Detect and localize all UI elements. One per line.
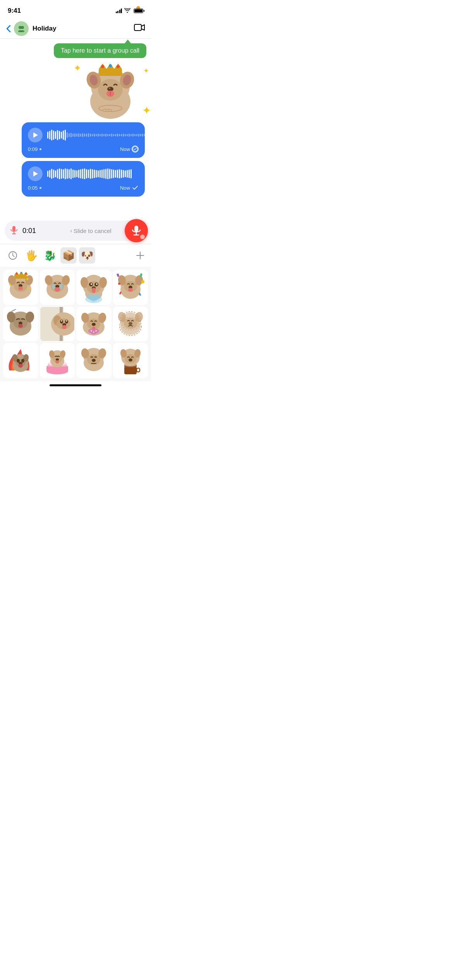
add-sticker-button[interactable] [134, 249, 146, 262]
voice-time-1: Now [120, 146, 139, 152]
svg-rect-31 [134, 226, 138, 232]
svg-point-137 [18, 364, 23, 368]
sticker-pug-flowers[interactable] [76, 307, 112, 342]
status-bar: 9:41 [0, 0, 151, 19]
sticker-pug-coffee[interactable] [113, 343, 148, 378]
svg-point-73 [92, 288, 96, 293]
sticker-pug-bored[interactable] [76, 343, 112, 378]
play-button-1[interactable] [28, 128, 43, 142]
svg-rect-83 [140, 273, 142, 277]
slide-cancel-text: Slide to cancel [74, 228, 112, 234]
svg-point-135 [21, 359, 24, 363]
sticker-pug-wow[interactable] [76, 270, 112, 305]
voice-messages-section: 0:09 Now [5, 121, 146, 198]
sticker-pug-angry[interactable] [3, 307, 38, 342]
svg-point-113 [92, 323, 96, 326]
svg-text:✦: ✦ [8, 282, 12, 288]
sticker-pack-4-button[interactable]: 🐶 [79, 247, 95, 264]
svg-point-20 [101, 65, 104, 68]
svg-text:✦: ✦ [25, 276, 30, 282]
svg-point-48 [16, 273, 18, 275]
svg-point-62 [60, 283, 62, 290]
svg-point-81 [128, 288, 133, 292]
wifi-icon [124, 8, 130, 14]
svg-point-118 [91, 330, 92, 332]
sticker-pug-dashed[interactable] [113, 307, 148, 342]
svg-point-61 [52, 283, 55, 290]
video-call-button[interactable] [134, 23, 145, 34]
chat-area: Tap here to start a group call ✦ ✦ ✦ [0, 39, 151, 217]
chevron-left-icon: ‹ [70, 228, 72, 234]
mic-icon-recording [10, 226, 18, 236]
svg-point-120 [93, 331, 94, 333]
sticker-pug-confetti[interactable] [113, 270, 148, 305]
voice-duration-1: 0:09 [28, 146, 41, 152]
sticker-pack-3-button[interactable]: 📦 [60, 247, 77, 264]
sticker-pug-peek[interactable] [40, 307, 75, 342]
chat-title: Holiday [33, 25, 134, 33]
recording-bar: 0:01 ‹ Slide to cancel [5, 221, 146, 241]
sticker-pack-1-button[interactable]: 🖐️ [23, 247, 39, 264]
svg-point-134 [17, 359, 20, 363]
svg-rect-82 [117, 274, 119, 277]
svg-point-43 [18, 286, 23, 290]
sticker-pug-cry[interactable] [40, 270, 75, 305]
waveform-2 [47, 168, 139, 180]
svg-rect-160 [137, 368, 140, 372]
nav-bar: Holiday [0, 19, 151, 39]
status-time: 9:41 [8, 7, 21, 15]
svg-point-119 [95, 330, 97, 332]
svg-point-26 [108, 109, 112, 111]
group-call-tooltip[interactable]: Tap here to start a group call [54, 43, 146, 58]
svg-point-106 [61, 320, 62, 322]
svg-point-71 [96, 283, 98, 285]
svg-point-25 [103, 109, 106, 111]
svg-point-128 [129, 322, 132, 325]
back-button[interactable] [6, 25, 11, 33]
svg-point-94 [18, 324, 23, 328]
svg-point-158 [92, 359, 96, 362]
sticker-pug-crown[interactable]: ✦ ✦ ✦ [3, 270, 38, 305]
svg-point-107 [66, 320, 67, 322]
record-timer: 0:01 [22, 227, 36, 235]
svg-point-22 [117, 65, 120, 68]
svg-rect-16 [99, 69, 122, 76]
svg-point-50 [25, 273, 27, 275]
voice-time-2: Now [120, 184, 139, 191]
voice-meta-1: 0:09 Now [28, 146, 139, 152]
group-avatar [14, 21, 29, 36]
battery-icon [134, 9, 143, 13]
sticker-pack-2-button[interactable]: 🐉 [42, 247, 58, 264]
voice-message-2: 0:05 Now [22, 161, 145, 197]
sticker-pug-cake[interactable] [40, 343, 75, 378]
signal-icon [116, 9, 122, 13]
voice-message-1: 0:09 Now [22, 122, 145, 158]
svg-rect-4 [134, 24, 141, 31]
svg-point-87 [118, 283, 120, 285]
home-indicator [50, 384, 101, 386]
record-dot [140, 235, 145, 239]
voice-meta-2: 0:05 Now [28, 184, 139, 191]
svg-point-152 [55, 360, 59, 363]
svg-text:✦: ✦ [27, 286, 31, 290]
sparkle-icon: ✦ [142, 104, 151, 117]
sparkle-icon: ✦ [143, 67, 149, 75]
status-icons [116, 8, 144, 14]
pug-sticker-main [77, 59, 143, 125]
svg-rect-159 [124, 367, 137, 374]
svg-line-96 [13, 309, 16, 311]
svg-point-70 [91, 283, 92, 285]
svg-point-105 [62, 325, 67, 329]
sticker-pug-fire[interactable] [3, 343, 38, 378]
sticker-toolbar: 🖐️ 🐉 📦 🐶 [0, 244, 151, 267]
recent-stickers-button[interactable] [5, 247, 21, 264]
svg-point-60 [55, 287, 60, 292]
sparkle-icon: ✦ [74, 63, 81, 74]
svg-point-167 [129, 358, 132, 362]
svg-point-86 [141, 280, 144, 283]
mic-record-button[interactable] [125, 219, 148, 242]
svg-rect-28 [12, 226, 15, 231]
play-button-2[interactable] [28, 166, 43, 181]
sticker-grid: ✦ ✦ ✦ [0, 267, 151, 381]
voice-duration-2: 0:05 [28, 185, 41, 191]
